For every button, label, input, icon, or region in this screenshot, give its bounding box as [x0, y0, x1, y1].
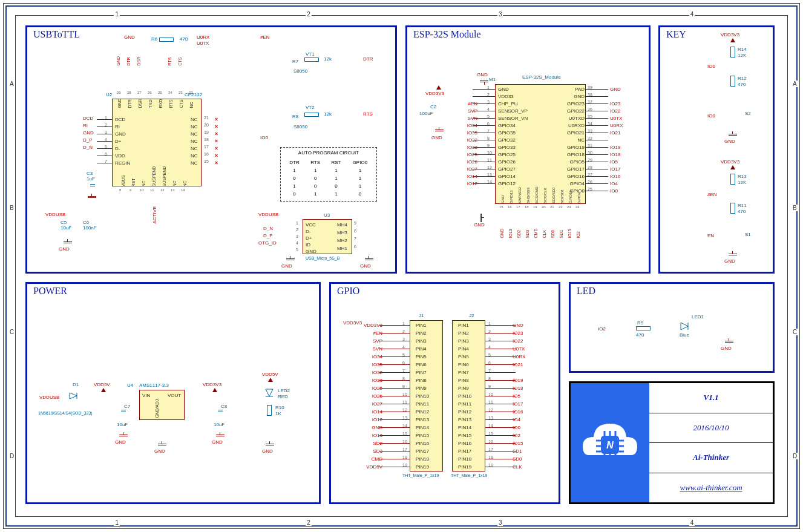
pinnum: 2	[296, 228, 298, 232]
wire	[586, 96, 608, 97]
wire	[379, 443, 410, 444]
wire	[379, 467, 410, 467]
wire	[485, 333, 516, 333]
val-r9: 470	[636, 332, 644, 338]
ref-c2: C2	[430, 104, 436, 110]
net: IO0	[610, 188, 618, 194]
net: IO23	[610, 101, 620, 107]
net: GND	[355, 425, 382, 430]
wire	[485, 459, 516, 459]
tb-url[interactable]: www.ai-thinker.com	[680, 483, 742, 493]
net: IO25	[459, 152, 477, 157]
gnd-icon	[119, 432, 128, 438]
net: U0RX	[610, 123, 623, 128]
net-dn2: D_N	[263, 226, 273, 231]
pinnum: 24	[168, 91, 172, 94]
part-j1: THT_Male_P_1x19	[402, 473, 439, 478]
wire	[97, 156, 112, 156]
pin: PIN5	[458, 354, 469, 360]
val-r6: 470	[180, 36, 188, 42]
pinnum: 21	[550, 205, 554, 209]
pin: GPIO27	[498, 166, 516, 172]
grid-col: 4	[689, 519, 695, 526]
net: IO2	[576, 231, 580, 238]
pin: VCC	[306, 222, 316, 228]
wire	[379, 364, 410, 365]
net-gnd-p1: GND	[115, 439, 126, 445]
grid-col: 3	[497, 11, 503, 18]
net-io0-k: IO0	[707, 64, 715, 69]
ref-r14: R14	[738, 47, 747, 52]
pin: PIN13	[458, 417, 471, 422]
grid-row: C	[8, 329, 15, 335]
net-gnd-p4: GND	[262, 448, 273, 454]
net: U0RX	[513, 354, 525, 360]
net: IO4	[610, 181, 618, 186]
net: IO18	[610, 152, 620, 157]
pin: SWP/SD2	[518, 187, 522, 203]
wire	[379, 349, 410, 349]
net-gnd-u3b: GND	[360, 263, 371, 269]
ref-d1: D1	[73, 382, 79, 387]
pin: U0RXD	[562, 123, 585, 128]
grid-row: D	[8, 453, 15, 459]
tbl-cell: 0	[284, 175, 304, 182]
net: SD1	[513, 448, 522, 454]
net-gnd-esp2: GND	[474, 222, 485, 228]
net: IO5	[513, 393, 520, 399]
nc-icon: ×	[215, 145, 218, 151]
net-vdd3v3: VDD3V3	[425, 91, 444, 96]
net: IO33	[459, 145, 477, 150]
net: SD3	[355, 448, 382, 454]
part-s8050a: S8050	[293, 68, 307, 74]
wire	[586, 111, 608, 111]
pin: SDO/SD0	[552, 188, 556, 203]
pinnum: 10	[140, 188, 144, 192]
net-gnd-esp: GND	[431, 135, 442, 140]
pinnum: 16	[204, 152, 209, 156]
part-j2: THT_Male_P_1x19	[451, 473, 487, 478]
pin: GPIO32	[498, 137, 516, 143]
pinnum: 19	[204, 130, 209, 134]
val-r11: 470	[738, 209, 746, 214]
pin: VDD	[115, 153, 125, 159]
pin: PIN15	[458, 433, 471, 438]
pin: U0TXD	[562, 116, 585, 121]
net-otg: OTG_ID	[258, 240, 277, 246]
pinnum: 25	[158, 91, 162, 94]
pin: SUSPEND	[152, 166, 156, 187]
pin: PIN9	[416, 386, 427, 391]
section-title-power: POWER	[33, 286, 67, 297]
pinnum: 20	[204, 123, 209, 127]
net: IO18	[513, 386, 523, 391]
gnd-icon	[365, 256, 373, 262]
section-title-esp: ESP-32S Module	[413, 29, 481, 40]
pin: NC	[191, 153, 198, 159]
pin: PIN13	[416, 417, 429, 422]
wire	[586, 118, 608, 119]
wire	[485, 380, 516, 381]
pin: GPIO5	[562, 159, 585, 165]
gnd-icon	[480, 79, 488, 85]
pin: GPIO0	[562, 188, 585, 194]
pin: GND	[115, 131, 126, 137]
pin: D+	[115, 139, 121, 144]
pinnum: 22	[189, 91, 193, 94]
net: IO14	[459, 174, 477, 179]
pin: PIN15	[416, 433, 429, 438]
pwr-arrow-icon	[730, 38, 735, 42]
pin: NC	[191, 131, 198, 137]
gnd-icon	[216, 432, 225, 438]
net: SVN	[459, 116, 477, 121]
ref-r10: R10	[275, 405, 284, 410]
ref-r13: R13	[738, 174, 747, 179]
pinnum: 16	[508, 205, 512, 209]
part-d1: 1N5819/SS14/S4(SOD_323)	[38, 411, 93, 415]
tbl-cell: 0	[284, 191, 304, 197]
section-title-led: LED	[577, 286, 595, 297]
wire	[97, 148, 112, 149]
wire	[586, 140, 608, 140]
section-title-usb: USBToTTL	[33, 29, 80, 40]
wire	[485, 419, 516, 420]
tb-date: 2016/10/10	[649, 413, 773, 444]
